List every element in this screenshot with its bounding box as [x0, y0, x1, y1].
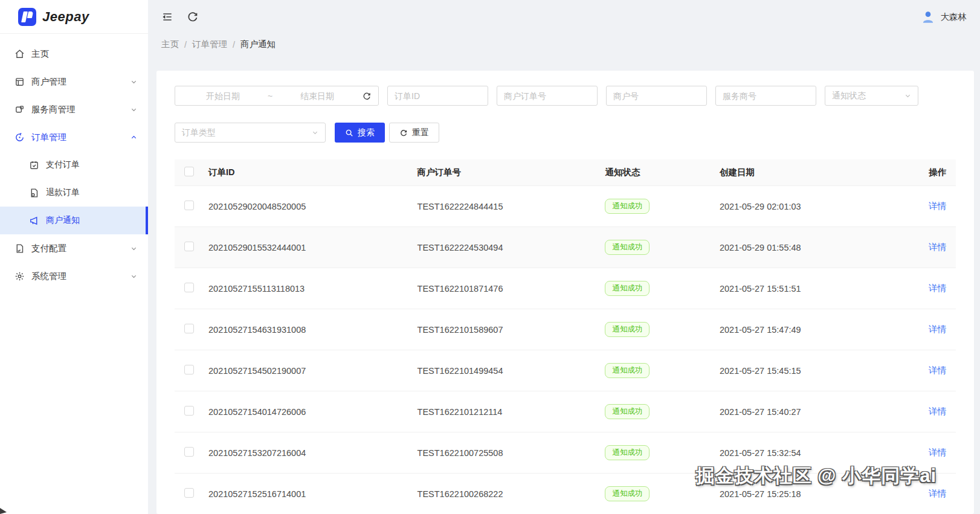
status-badge: 通知成功: [605, 199, 650, 214]
jeepay-logo-icon: [18, 8, 36, 26]
notify-state-select[interactable]: 通知状态: [825, 86, 918, 106]
menu-fold-icon[interactable]: [161, 11, 173, 23]
table-row: 20210527154502190007 TEST1622101499454 通…: [175, 350, 956, 391]
cell-created: 2021-05-27 15:45:15: [710, 350, 890, 391]
range-separator: ~: [266, 91, 274, 101]
logo[interactable]: Jeepay: [0, 0, 148, 34]
table-row: 20210529015532444001 TEST1622224530494 通…: [175, 227, 956, 268]
detail-link[interactable]: 详情: [929, 448, 946, 457]
row-checkbox[interactable]: [184, 488, 194, 498]
file-sync-icon: [29, 188, 39, 198]
sidebar-item-label: 订单管理: [31, 132, 131, 143]
sidebar-item-label: 退款订单: [46, 187, 80, 198]
order-id-filter[interactable]: [387, 86, 488, 106]
col-header-notify-state: 通知状态: [595, 159, 710, 186]
sidebar-item-pay-config[interactable]: 支付配置: [0, 234, 148, 262]
col-header-created: 创建日期: [710, 159, 890, 186]
swap-refresh-icon[interactable]: [362, 91, 372, 101]
cell-order-id: 20210529015532444001: [199, 227, 408, 268]
sidebar-item-pay-orders[interactable]: 支付订单: [0, 151, 148, 179]
sidebar-item-merchant-mgmt[interactable]: 商户管理: [0, 68, 148, 95]
reset-refresh-icon: [399, 129, 408, 137]
order-id-input[interactable]: [395, 91, 481, 101]
chevron-down-icon: [131, 245, 137, 252]
cell-order-id: 20210527154014726006: [199, 391, 408, 432]
cell-order-id: 20210529020048520005: [199, 186, 408, 227]
shop-icon: [15, 77, 25, 87]
cell-mch-order-no: TEST1622224844415: [408, 186, 596, 227]
order-type-select[interactable]: 订单类型: [175, 123, 326, 143]
sidebar-item-system-mgmt[interactable]: 系统管理: [0, 262, 148, 290]
cell-created: 2021-05-29 02:01:03: [710, 186, 890, 227]
mch-no-filter[interactable]: [606, 86, 707, 106]
status-badge: 通知成功: [605, 363, 650, 378]
cell-order-id: 20210527154502190007: [199, 350, 408, 391]
carryout-icon: [29, 160, 39, 170]
home-icon: [15, 49, 25, 59]
detail-link[interactable]: 详情: [929, 324, 946, 334]
cell-mch-order-no: TEST1622100725508: [408, 432, 596, 474]
col-header-mch-order-no: 商户订单号: [408, 159, 596, 186]
row-checkbox[interactable]: [184, 447, 194, 457]
sidebar-item-label: 支付配置: [31, 243, 131, 254]
search-icon: [345, 129, 353, 137]
cell-order-id: 20210527152516714001: [199, 474, 408, 514]
select-all-checkbox[interactable]: [184, 167, 194, 176]
detail-link[interactable]: 详情: [929, 201, 946, 211]
row-checkbox[interactable]: [184, 365, 194, 374]
isv-no-input[interactable]: [723, 91, 809, 101]
table-row: 20210529020048520005 TEST1622224844415 通…: [175, 186, 956, 227]
sidebar-item-label: 商户管理: [31, 76, 131, 88]
detail-link[interactable]: 详情: [929, 242, 946, 252]
row-checkbox[interactable]: [184, 201, 194, 210]
status-badge: 通知成功: [605, 281, 650, 296]
sidebar-item-label: 支付订单: [46, 159, 80, 170]
row-checkbox[interactable]: [184, 283, 194, 292]
content-card: ~ 通知状态: [156, 71, 974, 514]
mch-order-no-input[interactable]: [504, 91, 590, 101]
cell-mch-order-no: TEST1622101212114: [408, 391, 596, 432]
reset-button[interactable]: 重置: [389, 123, 439, 143]
row-checkbox[interactable]: [184, 406, 194, 416]
table-header-row: 订单ID 商户订单号 通知状态 创建日期 操作: [175, 159, 956, 186]
breadcrumb-item-home[interactable]: 主页: [161, 39, 179, 50]
detail-link[interactable]: 详情: [929, 406, 946, 416]
status-badge: 通知成功: [605, 322, 650, 337]
mouse-cursor-artifact: [0, 508, 7, 514]
mch-order-no-filter[interactable]: [497, 86, 598, 106]
chevron-down-icon: [904, 92, 911, 99]
sidebar-item-refund-orders[interactable]: 退款订单: [0, 179, 148, 207]
logo-text: Jeepay: [42, 9, 89, 25]
file-done-icon: [15, 243, 25, 254]
cell-created: 2021-05-27 15:40:27: [710, 391, 890, 432]
mch-no-input[interactable]: [613, 91, 700, 101]
table-row: 20210527155113118013 TEST1622101871476 通…: [175, 268, 956, 309]
chevron-down-icon: [131, 79, 137, 85]
detail-link[interactable]: 详情: [929, 283, 946, 293]
isv-no-filter[interactable]: [715, 86, 816, 106]
topbar: 大森林: [148, 0, 980, 34]
detail-link[interactable]: 详情: [929, 489, 946, 498]
sidebar-item-merchant-notify[interactable]: 商户通知: [0, 207, 148, 234]
sidebar-item-isv-mgmt[interactable]: 服务商管理: [0, 95, 148, 123]
sync-icon: [15, 132, 25, 143]
table-row: 20210527154014726006 TEST1622101212114 通…: [175, 391, 956, 432]
notification-icon: [29, 216, 39, 226]
row-checkbox[interactable]: [184, 242, 194, 251]
date-range-picker[interactable]: ~: [175, 86, 379, 106]
reset-button-label: 重置: [412, 127, 429, 138]
refresh-icon[interactable]: [187, 11, 199, 23]
user-menu[interactable]: 大森林: [920, 9, 967, 25]
notify-table: 订单ID 商户订单号 通知状态 创建日期 操作 2021052902004852…: [175, 159, 956, 514]
cluster-icon: [15, 104, 25, 115]
detail-link[interactable]: 详情: [929, 365, 946, 375]
cell-mch-order-no: TEST1622101871476: [408, 268, 596, 309]
breadcrumb-item-order-mgmt[interactable]: 订单管理: [192, 39, 227, 50]
sidebar-item-home[interactable]: 主页: [0, 40, 148, 68]
end-date-input[interactable]: [276, 91, 358, 101]
sidebar-item-order-mgmt[interactable]: 订单管理: [0, 123, 148, 151]
start-date-input[interactable]: [182, 91, 264, 101]
row-checkbox[interactable]: [184, 324, 194, 333]
search-button[interactable]: 搜索: [335, 123, 385, 143]
col-header-order-id: 订单ID: [199, 159, 408, 186]
